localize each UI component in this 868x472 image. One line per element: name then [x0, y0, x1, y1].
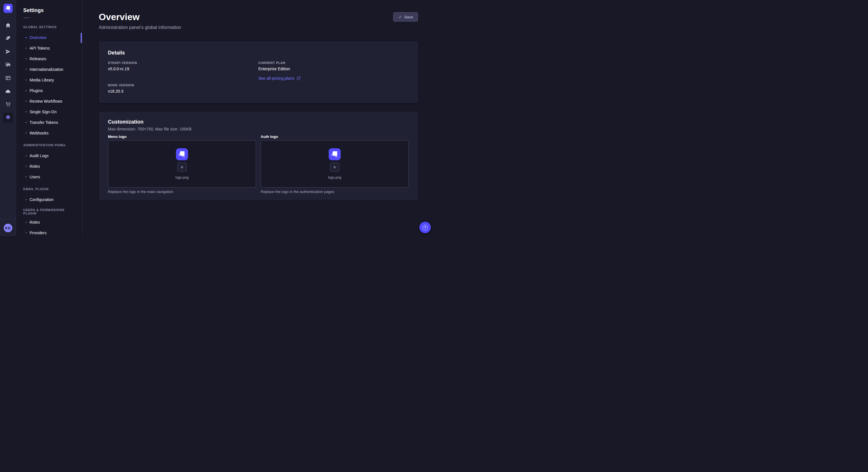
bullet-icon	[26, 37, 27, 38]
user-avatar[interactable]: KD	[4, 224, 12, 232]
content-manager-icon[interactable]	[5, 75, 11, 81]
section-email-plugin: EMAIL PLUGIN	[17, 183, 82, 194]
node-version-label: NODE VERSION	[108, 83, 258, 87]
auth-logo-label: Auth logo	[260, 135, 409, 138]
details-grid: STRAPI VERSION v5.0.0-rc.19 NODE VERSION…	[108, 61, 409, 94]
check-icon	[398, 15, 402, 19]
sidebar-item-label: API Tokens	[30, 46, 50, 50]
logo-grid: Menu logo logo.png	[108, 135, 409, 194]
bullet-icon	[26, 222, 27, 223]
page-header: Overview Administration panel’s global i…	[99, 11, 418, 30]
sidebar-item-admin-users[interactable]: Users	[17, 171, 82, 182]
subnav-list: GLOBAL SETTINGS Overview API Tokens Rele…	[17, 22, 82, 236]
sidebar-item-up-roles[interactable]: Roles	[17, 217, 82, 227]
sidebar-item-email-configuration[interactable]: Configuration	[17, 194, 82, 205]
page-title: Overview	[99, 11, 181, 22]
menu-logo-add-button[interactable]	[177, 163, 187, 172]
subnav-title-rule	[23, 18, 30, 18]
menu-logo-dropzone[interactable]: logo.png	[108, 140, 256, 188]
save-button[interactable]: Save	[393, 12, 418, 22]
sidebar-item-label: Review Workflows	[30, 99, 62, 103]
sidebar-item-api-tokens[interactable]: API Tokens	[17, 43, 82, 53]
help-button[interactable]: ?	[420, 222, 431, 233]
settings-nav-button[interactable]	[3, 112, 13, 123]
settings-subnav: Settings GLOBAL SETTINGS Overview API To…	[17, 0, 83, 236]
menu-logo-preview	[176, 148, 188, 160]
sidebar-item-releases[interactable]: Releases	[17, 53, 82, 64]
sidebar-item-transfer-tokens[interactable]: Transfer Tokens	[17, 117, 82, 128]
sidebar-item-internationalization[interactable]: Internationalization	[17, 64, 82, 74]
subnav-scrollbar-thumb[interactable]	[81, 33, 82, 43]
bullet-icon	[26, 176, 27, 177]
auth-logo-dropzone[interactable]: logo.png	[260, 140, 409, 188]
sidebar-item-label: Users	[30, 175, 40, 179]
current-plan-field: CURRENT PLAN Enterprise Edition	[258, 61, 409, 71]
sidebar-item-label: Plugins	[30, 88, 43, 93]
main-content: Overview Administration panel’s global i…	[83, 0, 434, 236]
releases-icon[interactable]	[5, 49, 11, 55]
sidebar-item-admin-roles[interactable]: Roles	[17, 161, 82, 171]
strapi-logo-button[interactable]	[3, 4, 12, 13]
bullet-icon	[26, 199, 27, 200]
auth-logo-filename: logo.png	[328, 175, 341, 180]
page-subtitle: Administration panel’s global informatio…	[99, 25, 181, 30]
home-icon[interactable]	[5, 22, 11, 28]
menu-logo-filename: logo.png	[175, 175, 189, 180]
bullet-icon	[26, 101, 27, 102]
strapi-logo-icon	[176, 148, 188, 160]
plus-icon	[180, 165, 184, 169]
cloud-icon[interactable]	[5, 88, 11, 94]
sidebar-item-webhooks[interactable]: Webhooks	[17, 128, 82, 138]
sidebar-item-audit-logs[interactable]: Audit Logs	[17, 150, 82, 161]
sidebar-item-label: Roles	[30, 164, 40, 169]
sidebar-item-label: Overview	[30, 35, 46, 40]
sidebar-item-label: Audit Logs	[30, 154, 49, 158]
customization-subheading: Max dimension: 750×750, Max file size: 1…	[108, 127, 409, 131]
section-global-settings: GLOBAL SETTINGS	[17, 22, 82, 32]
auth-logo-preview	[329, 148, 341, 160]
customization-card: Customization Max dimension: 750×750, Ma…	[99, 111, 418, 200]
bullet-icon	[26, 47, 27, 49]
pricing-plans-link[interactable]: See all pricing plans	[258, 76, 301, 80]
auth-logo-caption: Replace the logo in the authentication p…	[260, 190, 409, 194]
sidebar-item-label: Providers	[30, 231, 46, 235]
sidebar-item-label: Releases	[30, 57, 46, 61]
question-mark-icon: ?	[423, 225, 428, 230]
save-button-label: Save	[404, 15, 413, 19]
sidebar-item-plugins[interactable]: Plugins	[17, 85, 82, 96]
pricing-plans-link-label: See all pricing plans	[258, 76, 294, 80]
sidebar-item-label: Webhooks	[30, 131, 49, 135]
sidebar-item-overview[interactable]: Overview	[17, 32, 82, 43]
menu-logo-caption: Replace the logo in the main navigation	[108, 190, 256, 194]
media-library-icon[interactable]	[5, 62, 11, 68]
sidebar-item-label: Single Sign-On	[30, 109, 57, 114]
menu-logo-label: Menu logo	[108, 135, 256, 138]
section-users-permissions-plugin: USERS & PERMISSIONS PLUGIN	[17, 206, 82, 217]
auth-logo-add-button[interactable]	[330, 163, 339, 172]
strapi-version-value: v5.0.0-rc.19	[108, 67, 258, 71]
page-header-titles: Overview Administration panel’s global i…	[99, 11, 181, 30]
main-nav-rail: KD	[0, 0, 16, 236]
sidebar-item-up-providers[interactable]: Providers	[17, 227, 82, 236]
external-link-icon	[297, 76, 301, 80]
details-left-column: STRAPI VERSION v5.0.0-rc.19 NODE VERSION…	[108, 61, 258, 94]
bullet-icon	[26, 58, 27, 59]
bullet-icon	[26, 155, 27, 156]
strapi-admin-screen: KD Settings GLOBAL SETTINGS Overview API…	[0, 0, 434, 236]
sidebar-item-label: Configuration	[30, 197, 53, 202]
customization-heading: Customization	[108, 119, 409, 125]
marketplace-icon[interactable]	[5, 102, 11, 107]
rail-nav-items	[3, 22, 13, 121]
auth-logo-block: Auth logo logo.png	[260, 135, 409, 194]
sidebar-item-label: Transfer Tokens	[30, 120, 58, 125]
menu-logo-block: Menu logo logo.png	[108, 135, 256, 194]
sidebar-item-media-library[interactable]: Media Library	[17, 74, 82, 85]
current-plan-label: CURRENT PLAN	[258, 61, 409, 65]
section-administration-panel: ADMINISTRATION PANEL	[17, 140, 82, 150]
strapi-logo-icon	[3, 4, 12, 13]
content-type-builder-icon[interactable]	[5, 36, 11, 41]
sidebar-item-single-sign-on[interactable]: Single Sign-On	[17, 106, 82, 117]
sidebar-item-review-workflows[interactable]: Review Workflows	[17, 96, 82, 106]
plus-icon	[332, 165, 337, 169]
bullet-icon	[26, 90, 27, 91]
